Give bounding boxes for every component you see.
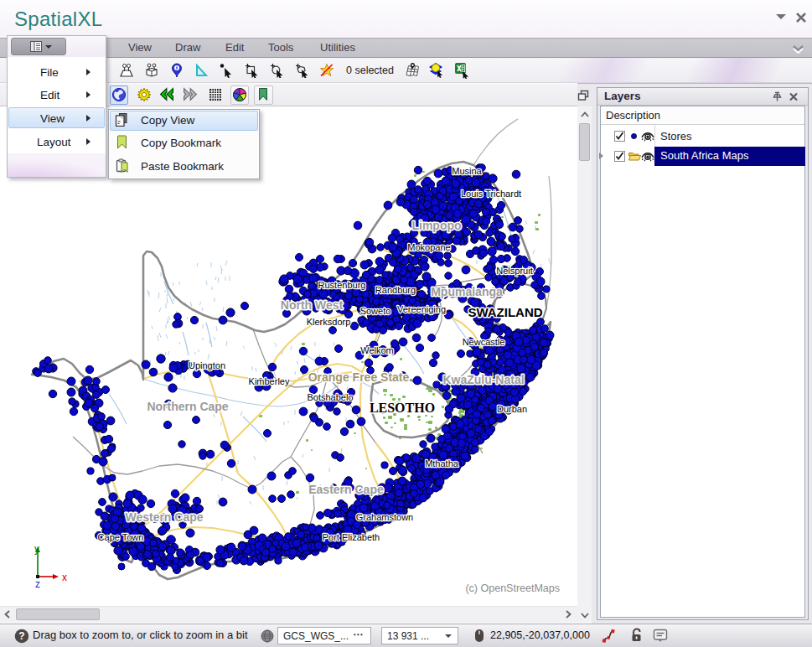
svg-text:Western Cape: Western Cape [125,510,203,524]
svg-text:SWAZILAND: SWAZILAND [468,305,542,319]
svg-text:Northern Cape: Northern Cape [147,400,228,413]
svg-text:Orange Free State: Orange Free State [308,370,410,384]
svg-text:Klerksdorp: Klerksdorp [307,317,351,327]
svg-text:Newcastle: Newcastle [463,337,505,347]
svg-text:?: ? [18,630,24,642]
svg-text:x: x [62,572,67,583]
svg-text:KwaZulu-Natal: KwaZulu-Natal [442,373,524,386]
svg-text:Limpopo: Limpopo [411,219,461,232]
svg-text:Rustenburg: Rustenburg [318,280,366,290]
svg-text:Port Elizabeth: Port Elizabeth [323,532,380,542]
svg-text:y: y [34,543,39,555]
svg-text:Cape Town: Cape Town [98,532,144,542]
svg-text:Randburg: Randburg [375,285,416,295]
svg-text:Botshabelo: Botshabelo [307,392,353,402]
svg-text:Welkom: Welkom [360,345,394,355]
svg-text:North West: North West [281,298,344,312]
svg-text:Mokopane: Mokopane [407,242,450,252]
svg-text:(c) OpenStreetMaps: (c) OpenStreetMaps [465,582,560,594]
svg-text:Louis Trichardt: Louis Trichardt [461,189,521,199]
svg-text:Mthatha: Mthatha [425,458,459,468]
svg-text:Vereeniging: Vereeniging [397,304,446,314]
svg-text:Grahamstown: Grahamstown [356,512,413,522]
svg-text:Mpumalanga: Mpumalanga [431,285,503,298]
svg-text:Durban: Durban [497,404,527,414]
svg-text:LESOTHO: LESOTHO [370,401,435,415]
svg-text:Kimberley: Kimberley [249,376,290,386]
svg-text:Soweto: Soweto [360,306,391,316]
svg-text:Upington: Upington [189,360,225,370]
svg-text:Eastern Cape: Eastern Cape [308,483,384,496]
svg-text:Musina: Musina [452,166,482,176]
svg-text:Nelspruit: Nelspruit [496,266,532,276]
svg-text:z: z [35,578,40,590]
